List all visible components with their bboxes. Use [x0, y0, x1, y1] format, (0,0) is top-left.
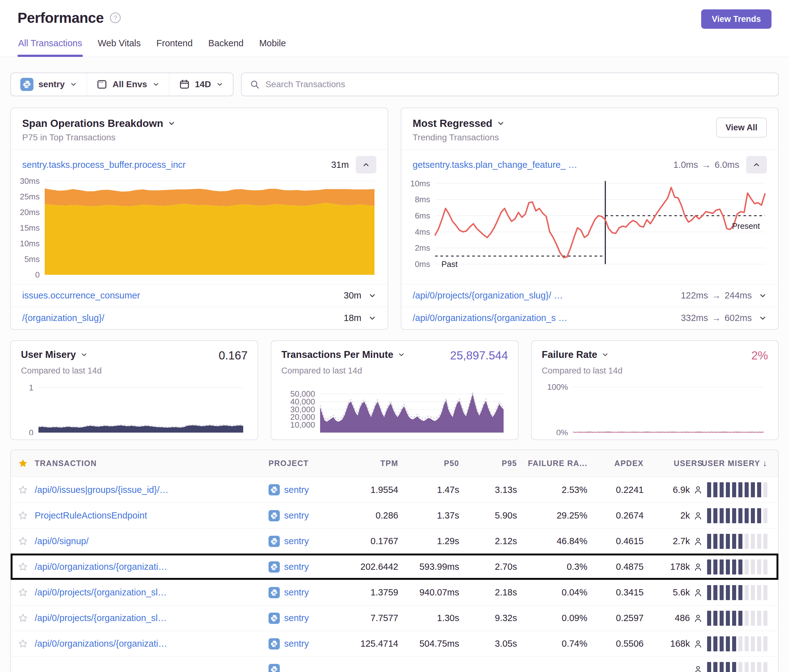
users-count: 2k — [680, 511, 690, 521]
table-row[interactable]: /api/0/signup/ sentry 0.1767 1.29s 2.12s… — [11, 528, 778, 554]
project-link[interactable]: sentry — [284, 587, 309, 598]
failure-rate-cell: 29.25% — [517, 511, 588, 521]
col-apdex[interactable]: APDEX — [588, 459, 644, 468]
star-outline-icon[interactable] — [18, 587, 28, 598]
project-link[interactable]: sentry — [284, 511, 309, 521]
help-icon[interactable]: ? — [109, 12, 121, 24]
project-link[interactable]: sentry — [284, 562, 309, 572]
misery-bar-filled — [738, 508, 743, 523]
misery-bar-empty — [744, 585, 749, 600]
regressed-expanded-link[interactable]: getsentry.tasks.plan_change_feature_ … — [413, 160, 577, 170]
svg-text:0ms: 0ms — [415, 259, 430, 269]
regressed-row-link[interactable]: /api/0/projects/{organization_slug}/ … — [413, 291, 563, 301]
span-ops-title-dropdown[interactable]: Span Operations Breakdown — [22, 118, 176, 129]
star-outline-icon[interactable] — [18, 511, 28, 521]
search-input[interactable] — [265, 80, 770, 89]
misery-bar-filled — [713, 508, 717, 523]
transaction-link[interactable]: /api/0/projects/{organization_slug}/{pro… — [35, 613, 180, 623]
view-all-button[interactable]: View All — [716, 118, 767, 137]
misery-bar-empty — [763, 534, 767, 549]
star-outline-icon[interactable] — [18, 485, 28, 495]
star-outline-icon[interactable] — [18, 536, 28, 546]
table-row[interactable]: /api/0/projects/{organization_slug}/{pro… — [11, 579, 778, 605]
project-link[interactable]: sentry — [284, 536, 309, 546]
misery-bar-empty — [751, 611, 755, 626]
col-failure-rate[interactable]: FAILURE RA... — [517, 459, 588, 468]
p50-cell: 1.37s — [398, 511, 459, 521]
misery-bar-filled — [707, 534, 711, 549]
tab-frontend[interactable]: Frontend — [156, 34, 193, 57]
regressed-row-link[interactable]: /api/0/organizations/{organization_s … — [413, 313, 567, 323]
transaction-link[interactable]: /api/0/signup/ — [35, 536, 180, 546]
misery-bar-filled — [726, 662, 730, 672]
transaction-link[interactable]: /api/0/organizations/{organization_slug}… — [35, 562, 180, 572]
project-link[interactable]: sentry — [284, 485, 309, 495]
user-misery-bars — [703, 559, 778, 575]
environment-filter[interactable]: All Envs — [86, 73, 169, 96]
view-trends-button[interactable]: View Trends — [701, 10, 771, 29]
col-p50[interactable]: P50 — [398, 459, 459, 468]
project-filter[interactable]: sentry — [11, 73, 86, 96]
failure-rate-panel: Failure Rate 2% Compared to last 14d 100… — [531, 340, 779, 440]
project-link[interactable]: sentry — [284, 638, 309, 649]
span-ops-row-link[interactable]: issues.occurrence_consumer — [22, 291, 140, 301]
expand-button[interactable] — [759, 292, 767, 300]
span-ops-expanded-link[interactable]: sentry.tasks.process_buffer.process_incr — [22, 160, 186, 170]
collapse-button[interactable] — [746, 156, 767, 174]
col-p95[interactable]: P95 — [459, 459, 517, 468]
transaction-link[interactable]: /api/0/issues|groups/{issue_id}/integrat… — [35, 485, 180, 495]
user-misery-dropdown[interactable]: User Misery — [21, 349, 88, 361]
col-users[interactable]: USERS — [644, 459, 703, 468]
transaction-link[interactable]: /api/0/organizations/{organization_slug}… — [35, 638, 180, 649]
table-row[interactable]: /api/0/organizations/{organization_slug}… — [11, 631, 778, 656]
col-transaction[interactable]: TRANSACTION — [35, 459, 268, 468]
misery-bar-empty — [757, 585, 761, 600]
tpm-dropdown[interactable]: Transactions Per Minute — [281, 349, 405, 361]
apdex-cell: 0.4875 — [588, 562, 644, 572]
expand-button[interactable] — [368, 292, 376, 300]
misery-bar-empty — [751, 585, 755, 600]
misery-bar-filled — [713, 585, 717, 600]
project-link[interactable]: sentry — [284, 613, 309, 623]
col-tpm[interactable]: TPM — [345, 459, 398, 468]
failure-rate-dropdown[interactable]: Failure Rate — [542, 349, 609, 361]
most-regressed-title-dropdown[interactable]: Most Regressed — [413, 118, 505, 129]
python-project-icon — [268, 613, 280, 624]
tpm-cell: 125.4714 — [345, 638, 398, 649]
misery-bar-filled — [726, 636, 730, 651]
tab-web-vitals[interactable]: Web Vitals — [97, 34, 142, 57]
star-outline-icon[interactable] — [18, 613, 28, 623]
star-filled-icon[interactable] — [18, 458, 28, 469]
chevron-down-icon — [759, 292, 767, 300]
p95-cell: 5.90s — [459, 511, 517, 521]
expand-button[interactable] — [368, 314, 376, 322]
table-row-partial[interactable] — [11, 656, 778, 672]
transaction-link[interactable]: ProjectRuleActionsEndpoint — [35, 511, 180, 521]
expand-button[interactable] — [759, 314, 767, 322]
regression-from-value: 122ms — [681, 291, 708, 301]
misery-bar-filled — [732, 585, 736, 600]
table-row-highlighted[interactable]: /api/0/organizations/{organization_slug}… — [11, 554, 778, 579]
star-outline-icon[interactable] — [18, 638, 28, 649]
col-user-misery[interactable]: USER MISERY ↓ — [703, 458, 778, 468]
collapse-button[interactable] — [356, 156, 376, 174]
table-row[interactable]: /api/0/projects/{organization_slug}/{pro… — [11, 605, 778, 631]
user-misery-subtitle: Compared to last 14d — [21, 366, 248, 376]
tab-mobile[interactable]: Mobile — [259, 34, 286, 57]
transaction-link[interactable]: /api/0/projects/{organization_slug}/{pro… — [35, 587, 180, 598]
span-ops-row-link[interactable]: /{organization_slug}/ — [22, 313, 104, 323]
regression-chart: 10ms8ms6ms4ms2ms0msPastPresent — [404, 177, 769, 280]
tab-all-transactions[interactable]: All Transactions — [18, 34, 83, 57]
misery-bar-empty — [763, 585, 767, 600]
users-cell: 486 — [644, 613, 703, 623]
table-row[interactable]: /api/0/issues|groups/{issue_id}/integrat… — [11, 477, 778, 503]
date-range-filter[interactable]: 14D — [169, 73, 233, 96]
svg-text:4ms: 4ms — [415, 227, 430, 236]
col-project[interactable]: PROJECT — [268, 459, 345, 468]
python-project-icon — [268, 587, 280, 598]
star-outline-icon[interactable] — [18, 562, 28, 572]
tpm-value: 25,897.544 — [450, 349, 508, 362]
tpm-chart: 50,00040,00030,00020,00010,000 — [281, 380, 508, 435]
table-row[interactable]: ProjectRuleActionsEndpoint sentry 0.286 … — [11, 503, 778, 528]
tab-backend[interactable]: Backend — [208, 34, 244, 57]
